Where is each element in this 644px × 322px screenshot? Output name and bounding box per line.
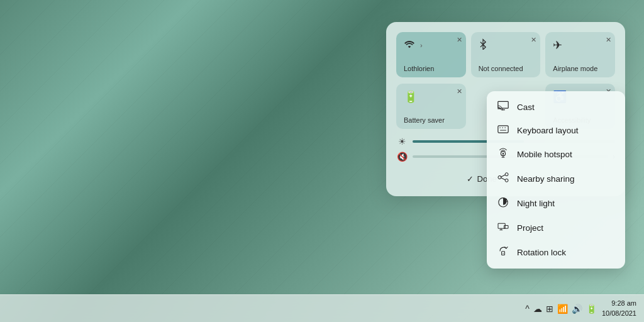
airplane-icon: ✈ [553, 38, 562, 52]
bluetooth-icon [479, 38, 487, 53]
wifi-icon [404, 38, 415, 52]
chevron-up-icon[interactable]: ^ [525, 304, 530, 314]
airplane-tile[interactable]: ✈ ✕ Airplane mode [545, 32, 615, 77]
taskbar-right: ^ ☁ ⊞ 📶 🔊 🔋 9:28 am 10/08/2021 [525, 299, 636, 318]
wifi-chevron-icon: › [420, 42, 423, 49]
bluetooth-label: Not connected [479, 65, 523, 72]
rotation-lock-label: Rotation lock [517, 248, 566, 257]
menu-item-cast[interactable]: Cast [487, 95, 625, 119]
svg-rect-19 [504, 225, 508, 228]
wifi-label: Lothlorien [404, 65, 434, 72]
svg-point-12 [505, 173, 508, 176]
night-light-icon [497, 196, 509, 210]
project-icon [497, 221, 509, 234]
cast-label: Cast [517, 103, 535, 112]
dropdown-menu: Cast Keyboard layout Mobile hot [487, 91, 625, 269]
svg-point-8 [502, 153, 504, 154]
bluetooth-tile[interactable]: ✕ Not connected [471, 32, 541, 77]
taskbar-clock[interactable]: 9:28 am 10/08/2021 [602, 299, 636, 318]
battery-icon: 🔋 [404, 90, 418, 104]
tiles-row-1: › ✕ Lothlorien ✕ Not connected [396, 32, 615, 77]
taskbar-time: 9:28 am [602, 299, 636, 308]
wifi-taskbar-icon[interactable]: 📶 [557, 304, 568, 314]
battery-tile[interactable]: 🔋 ✕ Battery saver [396, 84, 466, 129]
keyboard-layout-icon [497, 125, 509, 136]
menu-item-keyboard-layout[interactable]: Keyboard layout [487, 119, 625, 142]
menu-item-nearby-sharing[interactable]: Nearby sharing [487, 167, 625, 191]
mobile-hotspot-icon [497, 147, 509, 161]
taskbar: ^ ☁ ⊞ 📶 🔊 🔋 9:28 am 10/08/2021 [0, 294, 644, 322]
onedrive-icon[interactable]: ☁ [533, 304, 542, 314]
volume-taskbar-icon[interactable]: 🔊 [572, 304, 582, 314]
keyboard-layout-label: Keyboard layout [517, 126, 579, 135]
svg-point-16 [506, 199, 507, 200]
svg-point-13 [505, 179, 508, 182]
volume-icon: 🔇 [396, 152, 408, 162]
cast-icon [497, 101, 509, 113]
svg-line-14 [501, 175, 505, 177]
project-label: Project [517, 223, 543, 233]
mobile-hotspot-label: Mobile hotspot [517, 150, 572, 159]
battery-taskbar-icon[interactable]: 🔋 [586, 304, 597, 314]
svg-point-11 [498, 176, 501, 179]
menu-item-mobile-hotspot[interactable]: Mobile hotspot [487, 142, 625, 167]
rotation-lock-icon [497, 245, 509, 259]
taskview-icon[interactable]: ⊞ [546, 304, 553, 314]
taskbar-date: 10/08/2021 [602, 309, 636, 318]
bluetooth-close-icon[interactable]: ✕ [531, 36, 536, 44]
airplane-label: Airplane mode [553, 65, 597, 72]
nearby-sharing-icon [497, 172, 509, 185]
airplane-close-icon[interactable]: ✕ [606, 36, 611, 44]
menu-item-project[interactable]: Project [487, 216, 625, 240]
svg-rect-3 [498, 126, 508, 133]
wifi-tile[interactable]: › ✕ Lothlorien [396, 32, 466, 77]
svg-point-17 [507, 201, 508, 202]
menu-item-rotation-lock[interactable]: Rotation lock [487, 240, 625, 265]
battery-label: Battery saver [404, 116, 445, 124]
done-check-icon: ✓ [467, 174, 474, 184]
battery-close-icon[interactable]: ✕ [457, 87, 462, 96]
svg-line-15 [501, 178, 505, 180]
night-light-label: Night light [517, 199, 555, 208]
brightness-icon: ☀ [396, 136, 408, 147]
menu-item-night-light[interactable]: Night light [487, 191, 625, 216]
wifi-close-icon[interactable]: ✕ [457, 36, 462, 44]
taskbar-system-icons: ^ ☁ ⊞ 📶 🔊 🔋 [525, 304, 597, 314]
nearby-sharing-label: Nearby sharing [517, 174, 575, 184]
